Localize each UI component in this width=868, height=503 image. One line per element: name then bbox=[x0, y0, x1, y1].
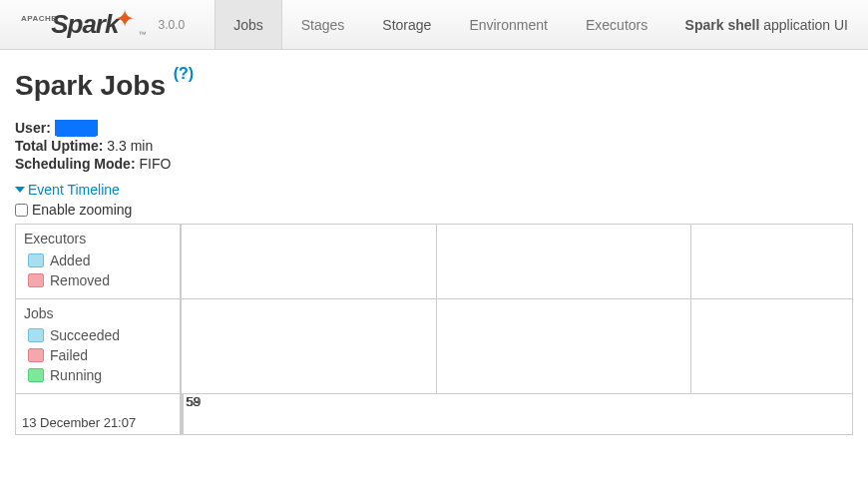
logo-apache-text: APACHE bbox=[21, 14, 57, 23]
timeline: Executors Added Removed Jobs bbox=[15, 224, 853, 435]
tab-jobs[interactable]: Jobs bbox=[215, 0, 282, 49]
brand[interactable]: APACHE Spark ✦ ™ 3.0.0 bbox=[15, 9, 185, 40]
timeline-executors-row: Executors Added Removed bbox=[16, 225, 852, 299]
user-label: User: bbox=[15, 120, 51, 136]
summary-uptime: Total Uptime: 3.3 min bbox=[15, 138, 853, 154]
zoom-row: Enable zooming bbox=[15, 202, 853, 218]
plot-segment bbox=[690, 225, 852, 298]
page-title: Spark Jobs (?) bbox=[15, 70, 853, 102]
swatch-removed bbox=[28, 273, 44, 287]
content: Spark Jobs (?) User: ████ Total Uptime: … bbox=[0, 50, 868, 455]
page-title-text: Spark Jobs bbox=[15, 70, 174, 101]
sched-label: Scheduling Mode: bbox=[15, 156, 136, 172]
legend-item-added: Added bbox=[28, 252, 172, 268]
summary: User: ████ Total Uptime: 3.3 min Schedul… bbox=[15, 120, 853, 172]
swatch-failed bbox=[28, 348, 44, 362]
app-name: Spark shell bbox=[685, 17, 760, 33]
timeline-jobs-row: Jobs Succeeded Failed Running bbox=[16, 299, 852, 394]
event-timeline-toggle[interactable]: Event Timeline bbox=[15, 182, 853, 198]
summary-user: User: ████ bbox=[15, 120, 853, 136]
legend-label-succeeded: Succeeded bbox=[50, 327, 120, 343]
legend-label-removed: Removed bbox=[50, 272, 110, 288]
summary-sched: Scheduling Mode: FIFO bbox=[15, 156, 853, 172]
logo-tm: ™ bbox=[138, 30, 146, 39]
executors-legend-title: Executors bbox=[24, 231, 172, 247]
plot-segment bbox=[181, 225, 436, 298]
legend-item-failed: Failed bbox=[28, 347, 172, 363]
spark-version: 3.0.0 bbox=[158, 18, 185, 32]
executors-legend: Executors Added Removed bbox=[16, 225, 181, 298]
logo-spark-text: Spark bbox=[51, 9, 118, 40]
axis-tick-label: 59 bbox=[187, 394, 201, 409]
event-timeline-label: Event Timeline bbox=[28, 182, 120, 198]
plot-segment bbox=[690, 299, 852, 393]
timeline-axis-row: 13 December 21:07 58 59 bbox=[16, 394, 852, 434]
uptime-label: Total Uptime: bbox=[15, 138, 103, 154]
uptime-value: 3.3 min bbox=[107, 138, 153, 154]
jobs-legend: Jobs Succeeded Failed Running bbox=[16, 299, 181, 393]
nav-tabs: Jobs Stages Storage Environment Executor… bbox=[215, 0, 666, 49]
legend-label-added: Added bbox=[50, 252, 90, 268]
spark-logo: APACHE Spark ✦ ™ bbox=[15, 9, 146, 40]
axis-tick bbox=[183, 394, 184, 434]
swatch-added bbox=[28, 253, 44, 267]
swatch-succeeded bbox=[28, 328, 44, 342]
executors-plot[interactable] bbox=[181, 225, 852, 298]
chevron-down-icon bbox=[15, 187, 25, 193]
legend-item-removed: Removed bbox=[28, 272, 172, 288]
app-title: Spark shell application UI bbox=[685, 17, 848, 33]
axis-date: 13 December 21:07 bbox=[16, 394, 181, 434]
logo-star-icon: ✦ bbox=[115, 5, 135, 33]
legend-item-succeeded: Succeeded bbox=[28, 327, 172, 343]
app-suffix: application UI bbox=[759, 17, 848, 33]
legend-label-running: Running bbox=[50, 367, 102, 383]
jobs-legend-title: Jobs bbox=[24, 305, 172, 321]
legend-item-running: Running bbox=[28, 367, 172, 383]
navbar: APACHE Spark ✦ ™ 3.0.0 Jobs Stages Stora… bbox=[0, 0, 868, 50]
plot-segment bbox=[436, 299, 691, 393]
legend-label-failed: Failed bbox=[50, 347, 88, 363]
jobs-plot[interactable] bbox=[181, 299, 852, 393]
plot-segment bbox=[436, 225, 691, 298]
enable-zooming-checkbox[interactable] bbox=[15, 204, 28, 217]
help-link[interactable]: (?) bbox=[174, 65, 194, 82]
axis-plot: 58 59 bbox=[181, 394, 852, 434]
user-value: ████ bbox=[55, 120, 99, 136]
tab-environment[interactable]: Environment bbox=[450, 0, 567, 49]
plot-segment bbox=[181, 299, 436, 393]
enable-zooming-label: Enable zooming bbox=[32, 202, 132, 218]
swatch-running bbox=[28, 368, 44, 382]
tab-stages[interactable]: Stages bbox=[282, 0, 364, 49]
tab-storage[interactable]: Storage bbox=[363, 0, 450, 49]
tab-executors[interactable]: Executors bbox=[567, 0, 666, 49]
sched-value: FIFO bbox=[139, 156, 171, 172]
